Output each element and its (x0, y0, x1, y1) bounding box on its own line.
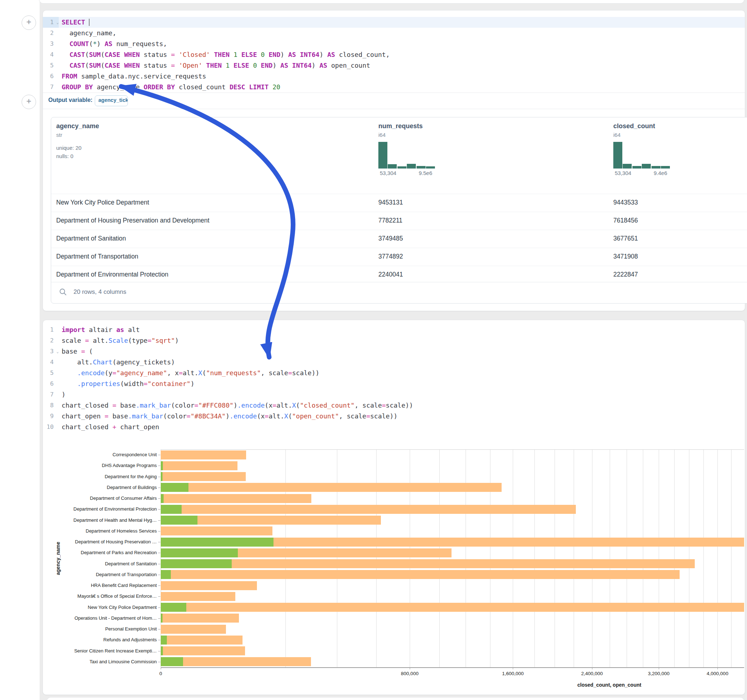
x-axis-tick-label: 3,200,000 (648, 671, 670, 676)
code-line-2[interactable]: 2 agency_name, (43, 28, 745, 39)
gridline (534, 450, 535, 667)
code-line-5[interactable]: 5 CAST(SUM(CASE WHEN status = 'Open' THE… (43, 60, 745, 71)
code-line-5[interactable]: 5 .encode(y="agency_name", x=alt.X("num_… (43, 368, 745, 379)
cell-num-requests: 2240041 (378, 271, 403, 278)
histogram-bar (652, 166, 661, 169)
gridline (376, 450, 377, 667)
histogram-bar (661, 166, 670, 169)
code-line-1[interactable]: 1import altair as alt (43, 324, 745, 335)
code-line-3[interactable]: 3⌄base = ( (43, 346, 745, 357)
line-number: 4 (43, 357, 59, 368)
histogram-bar (417, 166, 426, 169)
line-number: 5 (43, 368, 59, 379)
code-line-4[interactable]: 4 CAST(SUM(CASE WHEN status = 'Closed' T… (43, 49, 745, 60)
line-number: 3 (43, 39, 59, 49)
bar-closed-count (161, 461, 237, 470)
line-number: 7 (43, 82, 59, 92)
category-tick (158, 455, 160, 455)
cell-agency-name: New York City Police Department (56, 199, 149, 206)
line-number: 8 (43, 400, 59, 411)
gridline (513, 450, 513, 667)
column-header-num-requests[interactable]: num_requests (378, 122, 423, 130)
line-number: 4 (43, 49, 59, 60)
sql-code-editor[interactable]: 1⌄SELECT 2 agency_name,3 COUNT(*) AS num… (43, 17, 745, 92)
x-axis-tick (513, 667, 513, 669)
bar-closed-count (161, 581, 257, 590)
closed-count-hist-max: 9.4e6 (654, 170, 667, 176)
code-line-6[interactable]: 6 .properties(width="container") (43, 379, 745, 389)
cell-agency-name: Department of Sanitation (56, 235, 126, 242)
table-row[interactable]: New York City Police Department945313194… (51, 194, 747, 212)
cell-closed-count: 2222847 (613, 271, 638, 278)
bar-open-count (161, 548, 238, 557)
cell-agency-name: Department of Transportation (56, 253, 138, 260)
table-row[interactable]: Department of Sanitation37494853677651 (51, 230, 747, 248)
table-row[interactable]: Department of Housing Preservation and D… (51, 212, 747, 230)
line-number: 7 (43, 389, 59, 400)
sql-cell-card: 1⌄SELECT 2 agency_name,3 COUNT(*) AS num… (42, 10, 745, 311)
code-line-7[interactable]: 7GROUP BY agency_name ORDER BY closed_co… (43, 82, 745, 92)
add-cell-button-2[interactable]: + (22, 95, 36, 109)
line-number: 2 (43, 28, 59, 39)
plot-top-rule (161, 450, 744, 450)
bar-closed-count (161, 527, 272, 536)
code-line-4[interactable]: 4 alt.Chart(agency_tickets) (43, 357, 745, 368)
category-tick (158, 509, 160, 510)
category-tick (158, 564, 160, 564)
code-line-10[interactable]: 10chart_closed + chart_open (43, 422, 745, 433)
histogram-bar (613, 142, 622, 169)
x-axis-tick-label: 4,000,000 (707, 671, 728, 676)
code-line-6[interactable]: 6FROM sample_data.nyc.service_requests (43, 71, 745, 82)
bar-open-count (161, 559, 232, 568)
python-code-editor[interactable]: 1import altair as alt2scale = alt.Scale(… (43, 324, 745, 433)
table-row[interactable]: Department of Environmental Protection22… (51, 266, 747, 284)
line-number: 1⌄ (43, 17, 59, 28)
category-tick (158, 596, 160, 597)
bar-open-count (161, 505, 181, 514)
category-label: Department of Consumer Affairs (43, 495, 157, 501)
category-label: Personal Exemption Unit (43, 626, 157, 632)
gridline (466, 450, 466, 667)
cell-closed-count: 9443533 (613, 199, 638, 206)
gridline (610, 450, 610, 667)
cell-num-requests: 7782211 (378, 217, 402, 224)
num-requests-hist-max: 9.5e6 (419, 170, 432, 176)
bar-open-count (161, 538, 274, 547)
code-line-7[interactable]: 7) (43, 389, 745, 400)
fold-chevron-icon[interactable]: ⌄ (54, 346, 59, 357)
column-header-agency-name[interactable]: agency_name (56, 122, 99, 130)
x-axis-tick-label: 1,600,000 (502, 671, 523, 676)
code-line-9[interactable]: 9chart_open = base.mark_bar(color="#8BC3… (43, 411, 745, 422)
table-row[interactable]: Department of Transportation377489234719… (51, 248, 747, 266)
bar-closed-count (161, 559, 695, 568)
category-tick (158, 651, 160, 652)
gridline (555, 450, 555, 667)
category-tick (158, 498, 160, 499)
histogram-bar (632, 166, 641, 169)
histogram-bar (388, 164, 397, 169)
cell-closed-count: 7618456 (613, 217, 638, 224)
category-label: Correspondence Unit (43, 452, 157, 457)
gridline (717, 450, 718, 667)
category-tick (158, 662, 160, 662)
x-axis-tick (717, 667, 718, 669)
code-line-1[interactable]: 1⌄SELECT (43, 17, 745, 28)
code-line-8[interactable]: 8chart_closed = base.mark_bar(color="#FF… (43, 400, 745, 411)
code-line-2[interactable]: 2scale = alt.Scale(type="sqrt") (43, 335, 745, 346)
bar-closed-count (161, 451, 246, 459)
column-header-closed-count[interactable]: closed_count (613, 122, 655, 130)
x-axis-line (161, 667, 744, 668)
code-line-3[interactable]: 3 COUNT(*) AS num_requests, (43, 39, 745, 49)
category-tick (158, 629, 160, 629)
bar-closed-count (161, 646, 245, 655)
output-variable-pill[interactable]: agency_tickets (95, 95, 128, 106)
bar-closed-count (161, 570, 680, 579)
add-cell-button[interactable]: + (22, 15, 36, 30)
cell-agency-name: Department of Environmental Protection (56, 271, 168, 278)
histogram-bar (426, 166, 435, 169)
search-icon[interactable] (59, 288, 67, 296)
bar-open-count (161, 657, 183, 666)
closed-count-hist-min: 53,304 (615, 170, 631, 176)
fold-chevron-icon[interactable]: ⌄ (54, 17, 59, 28)
category-tick (158, 585, 160, 586)
